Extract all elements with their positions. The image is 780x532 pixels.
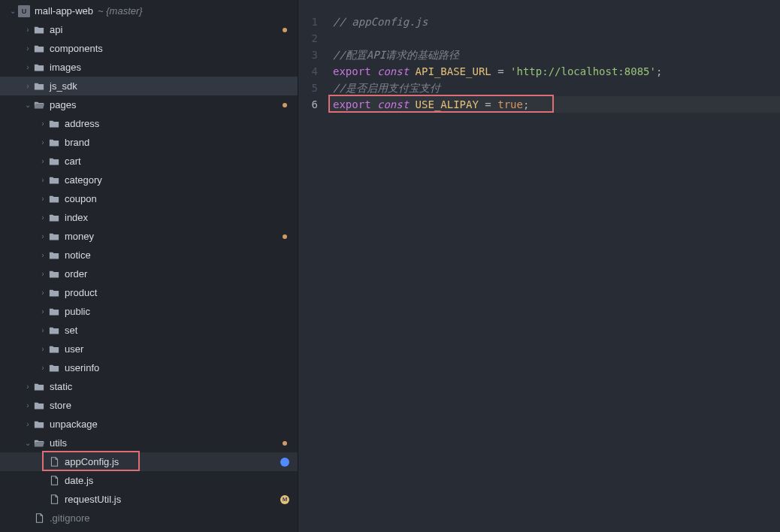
tree-item-money[interactable]: ›money: [0, 227, 298, 246]
chevron-icon[interactable]: ›: [38, 364, 48, 372]
tree-item-utils[interactable]: ⌄utils: [0, 434, 298, 452]
tree-item-label: js_sdk: [50, 80, 77, 92]
chevron-icon[interactable]: ›: [38, 213, 48, 222]
file-icon: [48, 475, 60, 487]
folder-icon: [48, 268, 60, 280]
code-line[interactable]: export const USE_ALIPAY = true;: [328, 96, 780, 113]
tree-item-order[interactable]: ›order: [0, 264, 298, 283]
folder-icon: [48, 343, 60, 355]
tree-item-appconfig-js[interactable]: appConfig.js: [0, 452, 298, 471]
modified-dot-icon: [283, 234, 287, 239]
chevron-icon[interactable]: ›: [23, 401, 33, 410]
chevron-icon[interactable]: ⌄: [23, 439, 33, 447]
tree-item-requestutil-js[interactable]: requestUtil.jsM: [0, 490, 298, 509]
tree-item-mall-app-web[interactable]: ⌄Umall-app-web~ {master}: [0, 2, 298, 20]
chevron-icon[interactable]: ›: [38, 326, 48, 334]
chevron-icon[interactable]: ›: [38, 251, 48, 259]
tree-item-label: pages: [50, 99, 76, 110]
modified-dot-icon: [283, 103, 287, 107]
chevron-icon[interactable]: ›: [23, 382, 33, 391]
folder-icon: [33, 419, 45, 431]
tree-item--gitignore[interactable]: .gitignore: [0, 509, 298, 527]
file-icon: [48, 494, 60, 506]
chevron-icon[interactable]: ›: [38, 289, 48, 297]
tree-item-public[interactable]: ›public: [0, 302, 298, 321]
tree-item-notice[interactable]: ›notice: [0, 246, 298, 264]
code-editor[interactable]: 123456 // appConfig.js //配置API请求的基础路径exp…: [298, 0, 780, 532]
chevron-icon[interactable]: ›: [23, 82, 33, 90]
file-explorer[interactable]: ⌄Umall-app-web~ {master}›api›components›…: [0, 0, 298, 532]
tree-item-label: userinfo: [65, 362, 99, 373]
tree-item-label: user: [65, 343, 83, 355]
tree-item-label: cart: [65, 156, 81, 167]
tree-item-label: index: [65, 212, 88, 223]
tree-item-static[interactable]: ›static: [0, 377, 298, 396]
tree-item-set[interactable]: ›set: [0, 321, 298, 340]
chevron-icon[interactable]: ›: [38, 195, 48, 203]
tree-item-index[interactable]: ›index: [0, 208, 298, 227]
tree-item-label: static: [50, 381, 72, 392]
chevron-icon[interactable]: ⌄: [8, 7, 18, 15]
tree-item-userinfo[interactable]: ›userinfo: [0, 358, 298, 377]
tree-item-images[interactable]: ›images: [0, 58, 298, 77]
tree-item-address[interactable]: ›address: [0, 114, 298, 133]
tree-item-label: images: [50, 62, 81, 73]
tree-item-unpackage[interactable]: ›unpackage: [0, 415, 298, 434]
chevron-icon[interactable]: ›: [38, 345, 48, 353]
tree-item-label: set: [65, 325, 77, 336]
code-line[interactable]: [328, 30, 780, 47]
folder-icon: [48, 325, 60, 337]
tree-item-components[interactable]: ›components: [0, 39, 298, 58]
tree-item-label: public: [65, 306, 90, 317]
code-area[interactable]: // appConfig.js //配置API请求的基础路径export con…: [328, 0, 780, 532]
tree-item-label: order: [65, 268, 87, 280]
folder-icon: [33, 437, 45, 449]
code-line[interactable]: // appConfig.js: [328, 14, 780, 30]
tree-item-label: requestUtil.js: [65, 494, 121, 505]
tree-item-brand[interactable]: ›brand: [0, 133, 298, 152]
chevron-icon[interactable]: ›: [23, 26, 33, 34]
tree-item-js_sdk[interactable]: ›js_sdk: [0, 77, 298, 95]
chevron-icon[interactable]: ›: [23, 44, 33, 53]
chevron-icon[interactable]: ›: [38, 270, 48, 278]
tree-item-label: date.js: [65, 475, 93, 486]
code-line[interactable]: export const API_BASE_URL = 'http://loca…: [328, 63, 780, 80]
tree-item-label: address: [65, 118, 99, 129]
code-line[interactable]: //配置API请求的基础路径: [328, 47, 780, 63]
chevron-icon[interactable]: ›: [38, 138, 48, 147]
folder-icon: [48, 193, 60, 205]
status-badge: [280, 458, 289, 467]
tree-item-product[interactable]: ›product: [0, 283, 298, 302]
folder-icon: [48, 137, 60, 149]
chevron-icon[interactable]: ›: [23, 420, 33, 428]
chevron-icon[interactable]: ›: [38, 176, 48, 184]
tree-item-date-js[interactable]: date.js: [0, 471, 298, 490]
line-number: 5: [298, 80, 328, 96]
chevron-icon[interactable]: ›: [38, 119, 48, 128]
modified-dot-icon: [283, 28, 287, 32]
file-icon: [33, 512, 45, 524]
tree-item-cart[interactable]: ›cart: [0, 152, 298, 171]
tree-item-pages[interactable]: ⌄pages: [0, 95, 298, 114]
chevron-icon[interactable]: ›: [38, 157, 48, 165]
tree-item-user[interactable]: ›user: [0, 340, 298, 358]
tree-item-store[interactable]: ›store: [0, 396, 298, 415]
tree-item-label: .gitignore: [50, 512, 89, 524]
folder-icon: [48, 212, 60, 224]
tree-item-label: money: [65, 231, 94, 242]
tree-item-coupon[interactable]: ›coupon: [0, 189, 298, 208]
chevron-icon[interactable]: ›: [23, 63, 33, 71]
tree-item-label: brand: [65, 137, 89, 148]
folder-icon: [48, 174, 60, 186]
tree-item-api[interactable]: ›api: [0, 20, 298, 39]
project-icon: U: [18, 5, 30, 17]
modified-dot-icon: [283, 441, 287, 446]
status-badge: M: [280, 495, 289, 504]
line-gutter: 123456: [298, 0, 328, 532]
tree-item-label: coupon: [65, 193, 97, 204]
chevron-icon[interactable]: ›: [38, 307, 48, 316]
chevron-icon[interactable]: ›: [38, 232, 48, 240]
chevron-icon[interactable]: ⌄: [23, 101, 33, 109]
code-line[interactable]: //是否启用支付宝支付: [328, 80, 780, 96]
tree-item-category[interactable]: ›category: [0, 171, 298, 189]
